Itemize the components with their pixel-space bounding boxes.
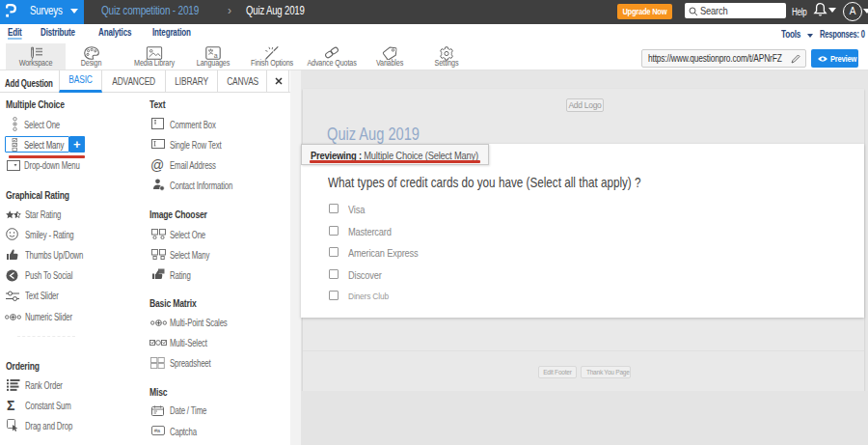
svg-text:#a: #a: [154, 428, 161, 433]
